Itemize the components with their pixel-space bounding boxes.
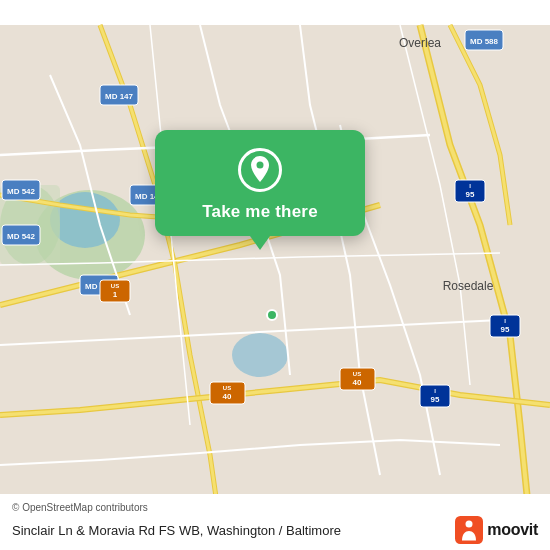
- svg-text:US: US: [223, 385, 231, 391]
- svg-text:40: 40: [223, 392, 232, 401]
- location-info-row: Sinclair Ln & Moravia Rd FS WB, Washingt…: [12, 516, 538, 544]
- svg-text:US: US: [111, 283, 119, 289]
- popup-card[interactable]: Take me there: [155, 130, 365, 236]
- svg-text:MD 588: MD 588: [470, 37, 499, 46]
- svg-text:US: US: [353, 371, 361, 377]
- svg-text:Rosedale: Rosedale: [443, 279, 494, 293]
- svg-text:95: 95: [466, 190, 475, 199]
- take-me-there-button[interactable]: Take me there: [202, 202, 318, 222]
- svg-text:Overlea: Overlea: [399, 36, 441, 50]
- svg-text:40: 40: [353, 378, 362, 387]
- map-attribution: © OpenStreetMap contributors: [12, 502, 538, 513]
- svg-text:95: 95: [501, 325, 510, 334]
- svg-text:MD 542: MD 542: [7, 187, 36, 196]
- svg-point-3: [232, 333, 288, 377]
- moovit-brand-text: moovit: [487, 521, 538, 539]
- svg-text:95: 95: [431, 395, 440, 404]
- svg-point-40: [257, 162, 264, 169]
- map-background: MD 542 MD 542 MD 147 MD 147 MD 147 I 95 …: [0, 0, 550, 550]
- moovit-logo: moovit: [455, 516, 538, 544]
- svg-point-42: [466, 520, 473, 527]
- moovit-icon: [455, 516, 483, 544]
- map-container: MD 542 MD 542 MD 147 MD 147 MD 147 I 95 …: [0, 0, 550, 550]
- bottom-bar: © OpenStreetMap contributors Sinclair Ln…: [0, 494, 550, 550]
- svg-text:1: 1: [113, 290, 118, 299]
- svg-text:MD 542: MD 542: [7, 232, 36, 241]
- svg-point-39: [267, 310, 277, 320]
- svg-point-2: [50, 192, 120, 248]
- svg-text:MD 147: MD 147: [105, 92, 134, 101]
- location-pin-icon: [238, 148, 282, 192]
- location-name: Sinclair Ln & Moravia Rd FS WB, Washingt…: [12, 523, 455, 538]
